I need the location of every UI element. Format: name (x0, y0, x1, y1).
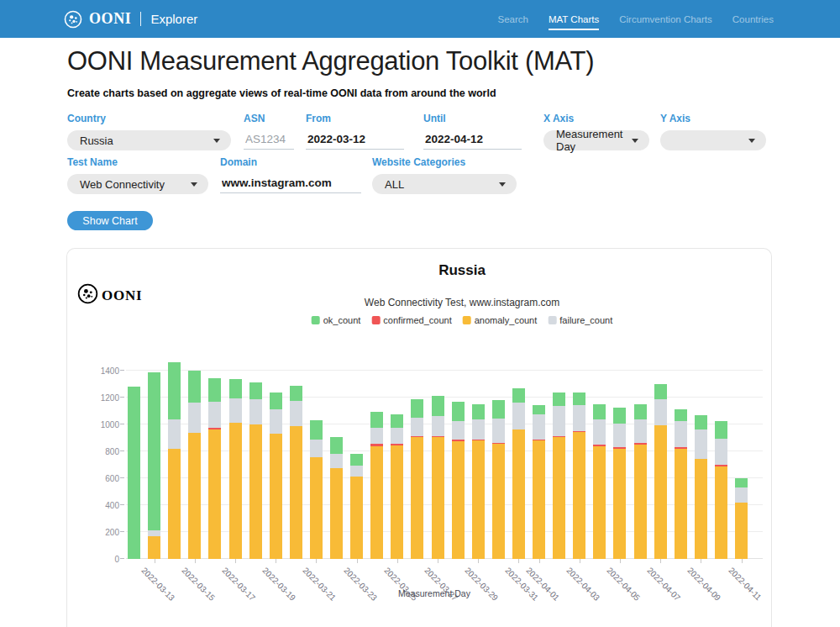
bar-2022-03-23[interactable] (350, 361, 363, 559)
x-axis-tick (701, 559, 701, 563)
domain-input[interactable] (220, 174, 361, 193)
asn-label: ASN (244, 113, 294, 124)
nav-search[interactable]: Search (497, 9, 528, 29)
segment-ok_count (593, 404, 606, 419)
bar-2022-03-18[interactable] (249, 361, 262, 559)
chart-ooni-logo: OONI (77, 283, 143, 308)
asn-input[interactable] (244, 130, 294, 150)
brand[interactable]: OONI Explorer (64, 10, 197, 29)
bar-2022-03-19[interactable] (270, 361, 282, 559)
bar-2022-03-27[interactable] (432, 361, 444, 559)
y-axis-tick-label: 1400 (82, 366, 119, 376)
bar-2022-03-28[interactable] (452, 361, 465, 559)
bar-2022-03-30[interactable] (492, 361, 505, 559)
segment-ok_count (654, 384, 667, 399)
bar-2022-03-29[interactable] (472, 361, 485, 559)
test-name-select-value: Web Connectivity (80, 178, 165, 191)
chart-title: Russia (438, 262, 486, 279)
x-axis-select[interactable]: Measurement Day (543, 130, 649, 150)
segment-anomaly_count (330, 468, 343, 559)
bar-2022-04-10[interactable] (715, 361, 727, 559)
y-axis-tick-label: 0 (82, 555, 119, 564)
website-categories-select[interactable]: ALL (372, 174, 517, 194)
bar-2022-03-14[interactable] (168, 361, 181, 559)
bar-2022-04-03[interactable] (573, 361, 585, 559)
y-axis-tick (120, 531, 124, 532)
segment-ok_count (350, 454, 363, 466)
nav-circumvention-charts[interactable]: Circumvention Charts (619, 9, 712, 29)
chart-watermark-text: OONI (102, 287, 143, 304)
segment-anomaly_count (695, 459, 707, 559)
x-axis-tick-label: 2022-04-07 (645, 566, 682, 603)
bar-2022-03-16[interactable] (208, 361, 221, 559)
chart-card: OONI Russia Web Connectivity Test, www.i… (66, 248, 772, 627)
segment-anomaly_count (270, 434, 282, 559)
bar-2022-03-15[interactable] (188, 361, 201, 559)
until-date-input[interactable] (423, 130, 522, 150)
bar-2022-03-21[interactable] (310, 361, 323, 559)
country-select[interactable]: Russia (67, 130, 231, 150)
bar-2022-04-02[interactable] (553, 361, 565, 559)
legend-label: anomaly_count (475, 315, 538, 325)
legend-swatch (371, 316, 380, 324)
from-date-input[interactable] (306, 130, 404, 150)
y-axis-tick (120, 450, 124, 451)
segment-failure_count (675, 421, 687, 447)
country-label: Country (67, 113, 231, 124)
legend-item-anomaly[interactable]: anomaly_count (463, 315, 538, 325)
y-axis-tick-label: 400 (82, 501, 119, 510)
legend-item-confirmed[interactable]: confirmed_count (371, 315, 451, 325)
segment-anomaly_count (675, 449, 687, 559)
country-field: Country Russia (67, 113, 231, 150)
until-label: Until (423, 113, 522, 124)
segment-ok_count (512, 388, 525, 403)
country-select-value: Russia (80, 134, 113, 147)
segment-failure_count (188, 403, 201, 433)
bar-2022-04-01[interactable] (533, 361, 545, 559)
x-axis-tick (660, 559, 661, 563)
gridline (126, 424, 763, 424)
bar-2022-04-08[interactable] (675, 361, 687, 559)
bar-2022-03-22[interactable] (330, 361, 343, 559)
bar-2022-03-25[interactable] (391, 361, 403, 559)
x-axis-tick (518, 559, 519, 563)
bar-2022-03-31[interactable] (512, 361, 525, 559)
bar-2022-04-06[interactable] (634, 361, 647, 559)
bar-2022-04-04[interactable] (593, 361, 606, 559)
bar-2022-04-11[interactable] (735, 361, 748, 559)
segment-failure_count (270, 409, 282, 435)
segment-failure_count (533, 414, 545, 440)
segment-confirmed_count (675, 447, 687, 449)
segment-confirmed_count (411, 436, 423, 438)
bar-2022-03-17[interactable] (229, 361, 242, 559)
segment-failure_count (492, 419, 505, 443)
bar-2022-03-24[interactable] (370, 361, 383, 559)
x-axis-title: Measurement Day (398, 588, 470, 598)
bar-2022-04-09[interactable] (695, 361, 707, 559)
segment-ok_count (492, 400, 505, 419)
show-chart-button[interactable]: Show Chart (67, 211, 153, 230)
segment-ok_count (208, 378, 221, 402)
nav-countries[interactable]: Countries (732, 9, 774, 29)
bar-2022-03-26[interactable] (411, 361, 423, 559)
bar-2022-04-05[interactable] (613, 361, 626, 559)
bar-2022-03-12[interactable] (128, 361, 140, 559)
nav-mat-charts[interactable]: MAT Charts (549, 9, 599, 29)
bar-2022-04-07[interactable] (654, 361, 667, 559)
segment-confirmed_count (573, 431, 585, 432)
gridline (126, 558, 763, 559)
segment-ok_count (330, 437, 343, 454)
legend-item-failure[interactable]: failure_count (548, 315, 612, 325)
segment-anomaly_count (249, 424, 262, 559)
bar-2022-03-20[interactable] (290, 361, 302, 559)
y-axis-field: Y Axis (660, 113, 766, 150)
test-name-select[interactable]: Web Connectivity (67, 174, 208, 194)
legend-item-ok[interactable]: ok_count (312, 315, 361, 325)
x-axis-tick (742, 559, 743, 563)
x-axis-tick-label: 2022-03-15 (180, 566, 217, 603)
segment-failure_count (512, 403, 525, 429)
brand-explorer-wordmark: Explorer (150, 12, 197, 26)
bar-2022-03-13[interactable] (148, 361, 160, 559)
y-axis-select[interactable] (660, 130, 766, 150)
segment-confirmed_count (533, 440, 545, 441)
